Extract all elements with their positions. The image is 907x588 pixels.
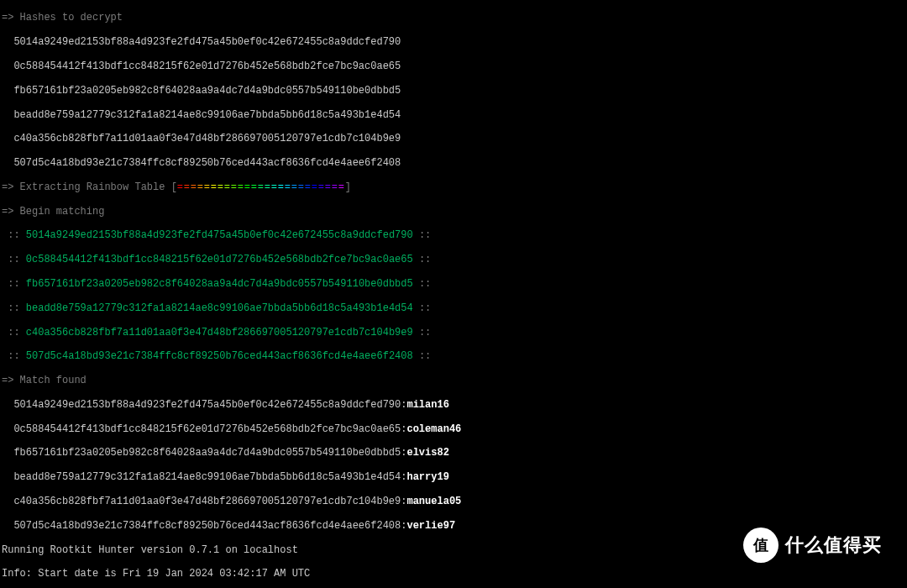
found-password: milan16 bbox=[406, 399, 448, 411]
match-hash: 0c588454412f413bdf1cc848215f62e01d7276b4… bbox=[26, 254, 413, 265]
match-row: :: fb657161bf23a0205eb982c8f64028aa9a4dc… bbox=[2, 278, 905, 290]
match-hash: beadd8e759a12779c312fa1a8214ae8c99106ae7… bbox=[26, 302, 413, 314]
hash-line: beadd8e759a12779c312fa1a8214ae8c99106ae7… bbox=[2, 109, 905, 121]
match-hash: 5014a9249ed2153bf88a4d923fe2fd475a45b0ef… bbox=[26, 229, 413, 241]
hash-line: c40a356cb828fbf7a11d01aa0f3e47d48bf28669… bbox=[2, 133, 905, 144]
found-row: fb657161bf23a0205eb982c8f64028aa9a4dc7d4… bbox=[2, 447, 905, 459]
begin-matching-header: => Begin matching bbox=[2, 206, 905, 218]
match-hash: fb657161bf23a0205eb982c8f64028aa9a4dc7d4… bbox=[26, 278, 413, 290]
found-hash: 507d5c4a18bd93e21c7384ffc8cf89250b76ced4… bbox=[13, 520, 401, 532]
found-row: c40a356cb828fbf7a11d01aa0f3e47d48bf28669… bbox=[2, 496, 905, 507]
found-hash: 5014a9249ed2153bf88a4d923fe2fd475a45b0ef… bbox=[13, 399, 401, 411]
found-hash: fb657161bf23a0205eb982c8f64028aa9a4dc7d4… bbox=[13, 447, 401, 459]
found-password: harry19 bbox=[406, 471, 448, 483]
extracting-prefix: => Extracting Rainbow Table [ bbox=[2, 181, 177, 193]
watermark: 值 什么值得买 bbox=[743, 528, 882, 563]
hash-line: fb657161bf23a0205eb982c8f64028aa9a4dc7d4… bbox=[2, 85, 905, 97]
found-password: coleman46 bbox=[406, 423, 461, 435]
match-row: :: 507d5c4a18bd93e21c7384ffc8cf89250b76c… bbox=[2, 350, 905, 362]
found-password: elvis82 bbox=[406, 447, 448, 459]
found-password: verlie97 bbox=[406, 520, 455, 532]
match-row: :: 0c588454412f413bdf1cc848215f62e01d727… bbox=[2, 254, 905, 265]
found-hash: beadd8e759a12779c312fa1a8214ae8c99106ae7… bbox=[13, 471, 401, 483]
extracting-suffix: ] bbox=[345, 181, 351, 193]
hash-line: 0c588454412f413bdf1cc848215f62e01d7276b4… bbox=[2, 60, 905, 72]
extracting-line: => Extracting Rainbow Table [===========… bbox=[2, 181, 905, 193]
match-hash: 507d5c4a18bd93e21c7384ffc8cf89250b76ced4… bbox=[26, 350, 413, 362]
watermark-badge-icon: 值 bbox=[743, 528, 779, 563]
match-hash: c40a356cb828fbf7a11d01aa0f3e47d48bf28669… bbox=[26, 327, 413, 339]
found-password: manuela05 bbox=[406, 496, 461, 507]
info-line bbox=[2, 580, 905, 588]
terminal-output: => Hashes to decrypt 5014a9249ed2153bf88… bbox=[0, 0, 907, 588]
svg-text:值: 值 bbox=[752, 537, 768, 554]
found-row: 0c588454412f413bdf1cc848215f62e01d7276b4… bbox=[2, 423, 905, 435]
rainbow-bar-icon: ========================= bbox=[177, 181, 345, 193]
hash-line: 507d5c4a18bd93e21c7384ffc8cf89250b76ced4… bbox=[2, 157, 905, 169]
found-row: 5014a9249ed2153bf88a4d923fe2fd475a45b0ef… bbox=[2, 399, 905, 411]
found-hash: c40a356cb828fbf7a11d01aa0f3e47d48bf28669… bbox=[13, 496, 401, 507]
match-row: :: 5014a9249ed2153bf88a4d923fe2fd475a45b… bbox=[2, 229, 905, 241]
match-found-header: => Match found bbox=[2, 375, 905, 386]
found-hash: 0c588454412f413bdf1cc848215f62e01d7276b4… bbox=[13, 423, 401, 435]
match-row: :: beadd8e759a12779c312fa1a8214ae8c99106… bbox=[2, 302, 905, 314]
found-row: beadd8e759a12779c312fa1a8214ae8c99106ae7… bbox=[2, 471, 905, 483]
info-line: Info: Start date is Fri 19 Jan 2024 03:4… bbox=[2, 568, 905, 580]
hashes-header: => Hashes to decrypt bbox=[2, 12, 905, 24]
match-row: :: c40a356cb828fbf7a11d01aa0f3e47d48bf28… bbox=[2, 327, 905, 339]
hash-line: 5014a9249ed2153bf88a4d923fe2fd475a45b0ef… bbox=[2, 36, 905, 48]
watermark-text: 什么值得买 bbox=[785, 534, 882, 556]
